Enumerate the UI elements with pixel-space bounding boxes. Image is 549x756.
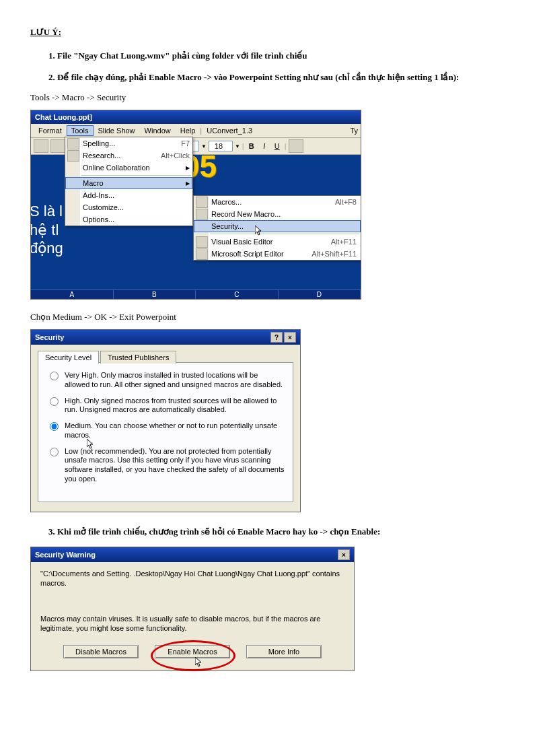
- toolbar-ty-label: Ty: [350, 127, 358, 135]
- tools-macro[interactable]: Macro▶: [65, 177, 192, 189]
- research-icon: [67, 150, 79, 162]
- tab-security-level[interactable]: Security Level: [38, 351, 99, 364]
- disable-macros-button[interactable]: Disable Macros: [63, 645, 139, 658]
- note-2: Để file chạy đúng, phải Enable Macro -> …: [57, 71, 519, 83]
- tools-spelling[interactable]: Spelling...F7: [65, 137, 192, 149]
- scale-cell: C: [196, 290, 279, 299]
- menu-help[interactable]: Help: [176, 125, 200, 136]
- tab-trusted-publishers[interactable]: Trusted Publishers: [100, 351, 176, 364]
- security-titlebar: Security ? ×: [31, 330, 300, 345]
- menu-tools[interactable]: Tools: [67, 125, 94, 136]
- toolbar-icon[interactable]: [34, 139, 48, 153]
- menu-path-hint: Tools -> Macro -> Security: [30, 92, 519, 103]
- menu-slideshow[interactable]: Slide Show: [94, 125, 140, 136]
- scale-cell: D: [279, 290, 361, 299]
- abc-icon: [67, 138, 79, 149]
- italic-button[interactable]: I: [259, 142, 270, 150]
- tools-research[interactable]: Research...Alt+Click: [65, 149, 192, 162]
- toolbar-icon[interactable]: [289, 139, 303, 153]
- opt-high[interactable]: High. Only signed macros from trusted so…: [46, 397, 285, 415]
- opt-low[interactable]: Low (not recommended). You are not prote…: [46, 447, 285, 484]
- notes-list: File "Ngay Chat Luong.wmv" phải cùng fol…: [30, 50, 519, 83]
- more-info-button[interactable]: More Info: [246, 645, 322, 658]
- notes-list-2: Khi mở file trình chiếu, chương trình sẽ…: [30, 526, 519, 538]
- close-button[interactable]: ×: [338, 549, 350, 560]
- ppt-menubar: Format Tools Slide Show Window Help | UC…: [31, 124, 361, 138]
- play-icon: [196, 197, 208, 208]
- warning-titlebar: Security Warning ×: [31, 547, 354, 562]
- powerpoint-screenshot: Chat Luong.ppt] Format Tools Slide Show …: [30, 110, 361, 300]
- tools-dropdown: Spelling...F7 Research...Alt+Click Onlin…: [65, 137, 193, 226]
- script-icon: [196, 248, 208, 260]
- warning-explain-text: Macros may contain viruses. It is usuall…: [40, 614, 344, 633]
- macro-security[interactable]: Security...: [194, 220, 361, 232]
- bold-button[interactable]: B: [246, 142, 257, 150]
- slide-text: động: [30, 239, 63, 258]
- page-heading: LƯU Ý:: [30, 27, 519, 38]
- ppt-titlebar: Chat Luong.ppt]: [31, 110, 361, 124]
- scale-cell: B: [114, 290, 196, 299]
- tools-options[interactable]: Options...: [65, 213, 192, 226]
- tools-online-collab[interactable]: Online Collaboration▶: [65, 162, 192, 174]
- warning-path-text: "C:\Documents and Setting. .Desktop\Ngay…: [40, 569, 344, 588]
- macro-script-editor[interactable]: Microsoft Script EditorAlt+Shift+F11: [194, 248, 361, 260]
- menu-format[interactable]: Format: [34, 125, 67, 136]
- slide-text: S là l: [30, 202, 63, 221]
- help-button[interactable]: ?: [270, 332, 283, 343]
- macro-record[interactable]: Record New Macro...: [194, 208, 361, 220]
- after-shot1-text: Chọn Medium -> OK -> Exit Powerpoint: [30, 312, 519, 322]
- security-dialog: Security ? × Security Level Trusted Publ…: [30, 329, 301, 512]
- close-button[interactable]: ×: [284, 332, 296, 343]
- menu-window[interactable]: Window: [140, 125, 176, 136]
- ppt-scale-row: A B C D: [31, 289, 361, 299]
- vb-icon: [196, 236, 208, 248]
- macro-macros[interactable]: Macros...Alt+F8: [194, 196, 361, 208]
- menu-uconvert[interactable]: UConvert_1.3: [202, 125, 257, 136]
- slide-text: hệ tl: [30, 221, 63, 240]
- opt-medium[interactable]: Medium. You can choose whether or not to…: [46, 421, 285, 440]
- opt-very-high[interactable]: Very High. Only macros installed in trus…: [46, 371, 285, 390]
- tools-customize[interactable]: Customize...: [65, 201, 192, 213]
- scale-cell: A: [31, 290, 114, 299]
- macro-vbe[interactable]: Visual Basic EditorAlt+F11: [194, 236, 361, 248]
- note-3: Khi mở file trình chiếu, chương trình sẽ…: [57, 526, 519, 538]
- underline-button[interactable]: U: [272, 142, 283, 150]
- record-icon: [196, 209, 208, 220]
- toolbar-icon[interactable]: [50, 139, 65, 153]
- enable-macros-button[interactable]: Enable Macros: [155, 645, 230, 658]
- note-1: File "Ngay Chat Luong.wmv" phải cùng fol…: [57, 50, 519, 62]
- macro-submenu: Macros...Alt+F8 Record New Macro... Secu…: [193, 195, 361, 261]
- security-pane: Very High. Only macros installed in trus…: [38, 362, 293, 502]
- security-warning-dialog: Security Warning × "C:\Documents and Set…: [30, 547, 355, 671]
- tools-addins[interactable]: Add-Ins...: [65, 189, 192, 201]
